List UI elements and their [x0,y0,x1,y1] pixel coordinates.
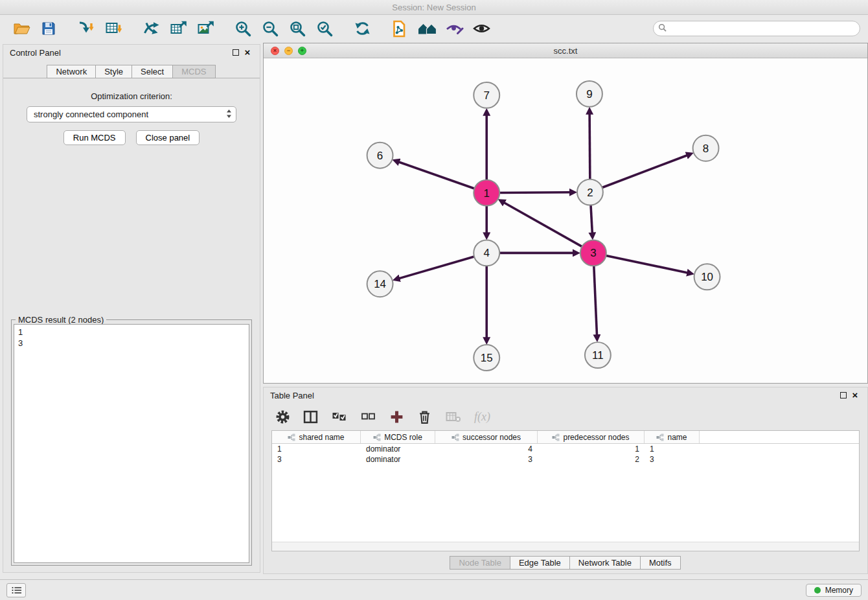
edge-1-6[interactable] [399,162,475,189]
export-image-icon[interactable] [195,18,216,39]
table-cell[interactable]: 3 [645,455,700,464]
node-1[interactable]: 1 [474,180,499,206]
tab-network-table[interactable]: Network Table [569,556,641,570]
zoom-selected-icon[interactable] [314,18,335,39]
show-graphics-details-icon[interactable] [444,18,464,39]
optimization-criterion-label: Optimization criterion: [3,91,260,101]
add-row-icon[interactable] [389,408,404,425]
mcds-result-node: 1 [18,327,245,338]
network-from-selection-icon[interactable] [141,18,161,39]
main-toolbar-icons [8,18,495,39]
control-panel-title: Control Panel [10,48,230,58]
node-label: 15 [481,352,493,364]
table-cell[interactable]: 1 [538,444,645,454]
zoom-out-icon[interactable] [260,18,280,39]
edge-3-10[interactable] [606,255,687,272]
table-cell[interactable]: dominator [361,444,435,454]
tab-network[interactable]: Network [47,65,96,78]
network-canvas[interactable]: 1234678910111415 [264,58,867,383]
control-panel-header: Control Panel × [3,45,260,60]
task-history-button[interactable] [6,583,26,597]
memory-button[interactable]: Memory [806,584,862,597]
node-9[interactable]: 9 [577,81,602,107]
list-icon [12,586,21,594]
column-label: predecessor nodes [563,433,629,442]
search-container [653,21,860,36]
table-cell[interactable]: dominator [361,455,435,464]
mcds-result-title: MCDS result (2 nodes) [16,315,106,325]
zoom-in-icon[interactable] [233,18,253,39]
table-settings-icon[interactable] [275,408,290,425]
export-table-icon[interactable] [168,18,188,39]
close-panel-button[interactable]: Close panel [136,130,200,145]
network-report-icon[interactable] [389,18,410,39]
delete-row-icon[interactable] [417,408,432,425]
edge-2-3[interactable] [591,205,592,233]
node-label: 4 [484,247,490,259]
edge-3-1[interactable] [504,203,582,247]
table-cell[interactable]: 1 [645,444,700,454]
column-header-successor-nodes[interactable]: successor nodes [435,431,538,443]
edge-2-8[interactable] [602,156,687,188]
column-header-predecessor-nodes[interactable]: predecessor nodes [538,431,645,443]
table-horizontal-scrollbar[interactable] [272,542,859,551]
close-table-panel-icon[interactable]: × [849,390,861,400]
tab-node-table[interactable]: Node Table [450,556,510,570]
show-hide-panel-icon[interactable] [471,18,492,39]
node-11[interactable]: 11 [585,342,611,368]
node-7[interactable]: 7 [474,82,499,108]
close-panel-icon[interactable]: × [242,47,253,58]
tab-style[interactable]: Style [95,65,132,78]
network-window-titlebar[interactable]: scc.txt × − + [264,43,867,58]
first-neighbors-icon[interactable] [417,18,437,39]
table-toolbar: f(x) [264,403,867,430]
tab-motifs[interactable]: Motifs [640,556,681,570]
select-all-rows-icon[interactable] [331,408,347,425]
deselect-all-rows-icon[interactable] [360,408,376,425]
column-header-mcds-role[interactable]: MCDS role [361,431,435,443]
node-2[interactable]: 2 [577,179,603,205]
node-6[interactable]: 6 [367,143,393,168]
edge-4-14[interactable] [399,257,474,279]
criterion-dropdown[interactable]: strongly connected component [27,106,236,122]
open-file-icon[interactable] [11,18,32,39]
tab-edge-table[interactable]: Edge Table [510,556,570,570]
node-15[interactable]: 15 [474,345,499,371]
float-panel-icon[interactable] [230,47,242,58]
delete-table-icon [445,408,461,425]
node-4[interactable]: 4 [474,240,499,266]
table-cell[interactable]: 2 [538,455,645,464]
network-graph[interactable]: 1234678910111415 [264,58,867,383]
edge-2-9[interactable] [589,114,590,179]
table-row[interactable]: 3dominator323 [272,454,859,465]
column-header-name[interactable]: name [645,431,700,443]
tab-mcds[interactable]: MCDS [172,65,215,78]
control-panel-tabs: NetworkStyleSelectMCDS [3,60,260,78]
table-cell[interactable]: 4 [435,444,538,454]
search-icon [658,23,667,34]
import-network-file-icon[interactable] [76,18,97,39]
float-table-panel-icon[interactable] [838,390,849,400]
mcds-result-list[interactable]: 13 [14,324,249,563]
tab-select[interactable]: Select [131,65,173,78]
import-table-file-icon[interactable] [103,18,124,39]
edge-1-2[interactable] [499,192,570,193]
search-input[interactable] [653,21,860,36]
table-row[interactable]: 1dominator411 [272,444,859,454]
run-mcds-button[interactable]: Run MCDS [63,130,126,145]
table-cell[interactable]: 3 [435,455,538,464]
table-cell[interactable]: 1 [272,444,361,454]
apply-layout-icon[interactable] [352,18,372,39]
window-title: Session: New Session [392,3,475,12]
zoom-fit-icon[interactable] [287,18,308,39]
toggle-columns-icon[interactable] [303,408,318,425]
column-header-shared-name[interactable]: shared name [272,431,361,443]
edge-3-11[interactable] [594,266,597,335]
node-8[interactable]: 8 [693,135,719,161]
node-3[interactable]: 3 [580,240,606,266]
save-session-icon[interactable] [38,18,59,39]
window-titlebar: Session: New Session [0,0,868,15]
node-10[interactable]: 10 [694,264,720,290]
table-cell[interactable]: 3 [272,455,361,464]
node-14[interactable]: 14 [367,271,393,297]
